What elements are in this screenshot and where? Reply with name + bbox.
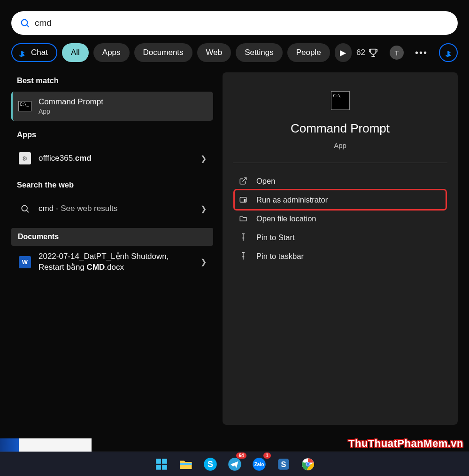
svg-text:Zalo: Zalo — [254, 461, 264, 467]
section-documents: Documents — [11, 228, 213, 246]
action-label: Run as administrator — [256, 195, 328, 204]
results-content: Best match C:\_ Command Prompt App Apps … — [11, 72, 458, 425]
svg-rect-9 — [162, 465, 167, 470]
skype-icon: S — [203, 457, 217, 471]
result-document-shutdown[interactable]: W 2022-07-14_DatPT_Lệnh Shutdown, Restar… — [11, 246, 213, 279]
play-icon: ▶ — [340, 48, 346, 58]
divider — [233, 163, 447, 163]
skype-button[interactable]: S — [200, 454, 220, 474]
result-web-cmd[interactable]: cmd - See web results ❯ — [11, 196, 213, 221]
result-subtitle: App — [38, 108, 207, 115]
rewards-count: 62 — [356, 48, 365, 57]
tab-settings[interactable]: Settings — [236, 43, 282, 62]
zalo-button[interactable]: Zalo 1 — [249, 454, 269, 474]
search-icon — [20, 18, 30, 28]
section-search-web: Search the web — [11, 177, 213, 196]
tab-all[interactable]: All — [62, 43, 89, 62]
svg-rect-7 — [162, 459, 167, 464]
bing-chat-icon — [17, 47, 27, 58]
results-left-column: Best match C:\_ Command Prompt App Apps … — [11, 72, 213, 425]
tab-documents[interactable]: Documents — [134, 43, 192, 62]
action-open-file-location[interactable]: Open file location — [235, 209, 446, 228]
tab-chat[interactable]: Chat — [11, 43, 57, 62]
result-detail-panel: C:\_ Command Prompt App Open Run as admi… — [223, 72, 458, 425]
file-explorer-icon — [179, 458, 193, 470]
windows-search-panel: Chat All Apps Documents Web Settings Peo… — [0, 0, 469, 436]
result-office365-cmd[interactable]: ⚙ offfice365.cmd ❯ — [11, 146, 213, 171]
shield-admin-icon — [238, 195, 248, 204]
svg-text:S: S — [208, 460, 213, 469]
open-icon — [238, 176, 248, 186]
more-button[interactable]: ••• — [415, 47, 428, 58]
notification-badge: 64 — [236, 453, 246, 459]
svg-rect-6 — [156, 459, 161, 464]
header-right-icons: 62 T ••• — [356, 43, 458, 62]
chevron-right-icon: ❯ — [200, 258, 207, 266]
tab-chat-label: Chat — [31, 48, 48, 57]
app-preview-header: C:\_ Command Prompt App — [235, 91, 446, 163]
pin-icon — [238, 233, 248, 242]
background-window-partial — [0, 438, 92, 452]
tab-people-label: People — [296, 48, 321, 57]
folder-icon — [238, 214, 248, 223]
zalo-icon: Zalo — [252, 457, 266, 471]
windows-start-icon — [155, 458, 168, 471]
action-run-as-administrator[interactable]: Run as administrator — [235, 190, 446, 209]
tab-all-label: All — [71, 48, 80, 57]
rewards-button[interactable]: 62 — [356, 47, 378, 58]
start-button[interactable] — [152, 454, 171, 474]
watermark: ThuThuatPhanMem.vn — [348, 437, 463, 450]
bing-button[interactable] — [439, 43, 458, 62]
pin-icon — [238, 251, 248, 261]
search-icon — [18, 202, 32, 216]
svg-point-21 — [306, 462, 309, 465]
svg-rect-8 — [156, 465, 161, 470]
section-apps: Apps — [11, 126, 213, 146]
bing-icon — [443, 47, 454, 58]
action-label: Pin to taskbar — [256, 252, 304, 261]
action-label: Pin to Start — [256, 233, 295, 242]
search-input[interactable] — [35, 18, 449, 28]
tab-people[interactable]: People — [287, 43, 330, 62]
svg-line-1 — [27, 25, 29, 27]
section-best-match: Best match — [11, 72, 213, 92]
result-title: 2022-07-14_DatPT_Lệnh Shutdown, Restart … — [38, 251, 194, 273]
notification-badge: 1 — [263, 453, 271, 459]
app-title: Command Prompt — [291, 121, 390, 136]
action-label: Open — [256, 177, 275, 186]
svg-text:S: S — [281, 460, 286, 468]
word-document-icon: W — [18, 255, 32, 269]
action-open[interactable]: Open — [235, 172, 446, 190]
chrome-button[interactable] — [298, 454, 318, 474]
cmd-file-icon: ⚙ — [18, 151, 32, 165]
tab-apps-label: Apps — [102, 48, 121, 57]
tabs-overflow-button[interactable]: ▶ — [335, 43, 352, 62]
filter-tabs-row: Chat All Apps Documents Web Settings Peo… — [11, 43, 458, 62]
tab-web-label: Web — [206, 48, 223, 57]
svg-rect-10 — [180, 463, 192, 465]
chrome-icon — [301, 458, 315, 471]
command-prompt-icon: C:\_ — [18, 99, 32, 113]
file-explorer-button[interactable] — [176, 454, 196, 474]
snagit-icon: S — [277, 458, 290, 471]
search-bar[interactable] — [11, 11, 458, 35]
chevron-right-icon: ❯ — [200, 204, 207, 213]
telegram-icon — [228, 457, 242, 471]
command-prompt-icon: C:\_ — [331, 91, 350, 110]
tab-apps[interactable]: Apps — [93, 43, 130, 62]
user-avatar[interactable]: T — [390, 46, 404, 60]
svg-line-3 — [27, 211, 29, 212]
action-pin-to-taskbar[interactable]: Pin to taskbar — [235, 247, 446, 265]
app-subtitle: App — [334, 141, 346, 149]
result-title: cmd - See web results — [38, 204, 194, 213]
action-pin-to-start[interactable]: Pin to Start — [235, 228, 446, 247]
svg-line-4 — [243, 178, 246, 181]
tab-documents-label: Documents — [143, 48, 184, 57]
tab-web[interactable]: Web — [197, 43, 231, 62]
result-command-prompt[interactable]: C:\_ Command Prompt App — [11, 92, 213, 121]
result-title: offfice365.cmd — [38, 154, 194, 163]
telegram-button[interactable]: 64 — [225, 454, 245, 474]
taskbar: S 64 Zalo 1 S — [0, 452, 469, 476]
snagit-button[interactable]: S — [274, 454, 293, 474]
tab-settings-label: Settings — [245, 48, 273, 57]
